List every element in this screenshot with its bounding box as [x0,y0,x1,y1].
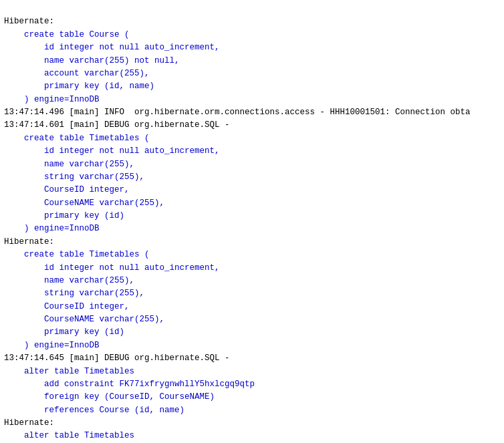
log-line: string varchar(255), [4,287,500,300]
log-line: account varchar(255), [4,67,500,80]
log-line: CourseNAME varchar(255), [4,313,500,326]
log-line: primary key (id) [4,210,500,223]
log-line: ) engine=InnoDB [4,223,500,235]
log-line: alter table Timetables [4,365,500,378]
log-line: CourseID integer, [4,184,500,196]
log-line: Hibernate: [4,417,500,430]
log-line: Hibernate: [4,15,500,28]
log-line: foreign key (CourseID, CourseNAME) [4,391,500,404]
log-line: add constraint FK77ixfrygnwhllY5hxlcgq9q… [4,378,500,391]
log-line: create table Timetables ( [4,132,500,145]
log-line: id integer not null auto_increment, [4,262,500,275]
log-line: create table Course ( [4,29,500,41]
log-line: CourseNAME varchar(255), [4,197,500,210]
log-line: primary key (id, name) [4,80,500,93]
log-line: CourseID integer, [4,301,500,313]
log-line: 13:47:14.645 [main] DEBUG org.hibernate.… [4,352,500,365]
log-line: references Course (id, name) [4,404,500,417]
log-line: name varchar(255) not null, [4,55,500,67]
log-line: 13:47:14.601 [main] DEBUG org.hibernate.… [4,119,500,132]
log-line: create table Timetables ( [4,249,500,261]
log-line: string varchar(255), [4,171,500,184]
log-line: name varchar(255), [4,158,500,171]
log-line: Hibernate: [4,236,500,249]
log-line: id integer not null auto_increment, [4,41,500,54]
log-line: alter table Timetables [4,430,500,442]
log-line: name varchar(255), [4,275,500,287]
log-output: Hibernate: create table Course ( id inte… [0,0,504,443]
log-line: ) engine=InnoDB [4,339,500,352]
log-line: primary key (id) [4,326,500,339]
log-line: 13:47:14.496 [main] INFO org.hibernate.o… [4,106,500,119]
log-line: id integer not null auto_increment, [4,145,500,158]
log-line: ) engine=InnoDB [4,94,500,106]
